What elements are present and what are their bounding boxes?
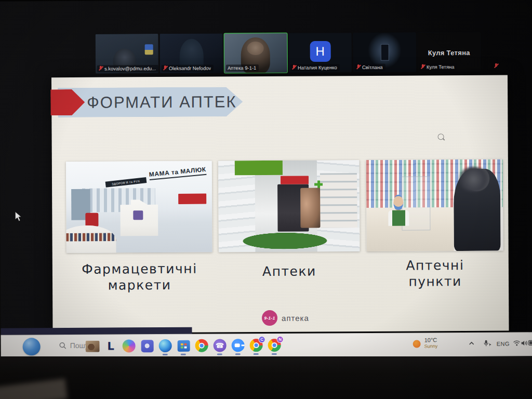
caption-text: Фармацевтичні маркети: [74, 261, 204, 294]
edge-icon-art: [159, 339, 172, 352]
viber-icon[interactable]: ☎: [213, 338, 227, 352]
laptop-screen: s.kovalov@pdmu.edu... Oleksandr Nefodov …: [0, 0, 532, 360]
photos-icon[interactable]: [86, 339, 100, 353]
viber-icon-art: ☎: [214, 339, 227, 352]
sun-icon: [413, 340, 421, 348]
mouse-cursor-icon: [15, 211, 22, 222]
muted-mic-icon: [356, 64, 361, 70]
participant-nameplate: Аптека 9-1-1: [226, 64, 259, 71]
teams-icon[interactable]: [140, 339, 154, 353]
participant-name: Куля Тетяна: [427, 64, 455, 70]
edge-icon[interactable]: [158, 339, 172, 353]
participant-tile-kulia[interactable]: Куля Тетяна Куля Тетяна: [418, 32, 481, 72]
muted-mic-icon: [292, 65, 296, 71]
apteka-911-logo: 9-1-1 аптека: [262, 310, 309, 326]
caption-text: Аптеки: [262, 263, 316, 279]
weather-widget[interactable]: 10°C Sunny: [413, 337, 438, 349]
muted-mic-icon: [99, 66, 103, 72]
microsoft-store-icon[interactable]: [177, 339, 191, 353]
participant-tile-kutsenko[interactable]: H Наталия Куценко: [289, 33, 352, 73]
profile-badge-n: N: [277, 336, 284, 343]
laptop-body: [0, 356, 532, 399]
participant-name: Наталия Куценко: [298, 64, 337, 70]
profile-badge-c: C: [259, 336, 265, 343]
logo-label: аптека: [282, 313, 309, 322]
weather-temperature: 10°C: [424, 337, 438, 343]
app-l-letter: L: [107, 340, 114, 352]
chrome-profile-c-icon[interactable]: C: [249, 338, 263, 352]
store-icon-art: [177, 340, 190, 351]
participant-name: Світлана: [362, 64, 383, 70]
pharmacist-figure: [388, 194, 409, 225]
battery-icon[interactable]: [528, 340, 532, 345]
muted-mic-icon: [163, 65, 167, 71]
counter-decor: [66, 225, 116, 253]
ceiling-sign-health: ЗДОРОВ'Я та РУХ: [105, 177, 146, 188]
chrome-icon[interactable]: [195, 339, 209, 353]
participant-tile-kovalov[interactable]: s.kovalov@pdmu.edu...: [96, 34, 158, 74]
photos-icon-art: [86, 340, 100, 352]
copilot-icon[interactable]: [122, 339, 136, 353]
participant-avatar: H: [310, 41, 330, 62]
muted-mic-icon-overflow: [494, 63, 498, 69]
shared-slide: ФОРМАТИ АПТЕК ЗДОРОВ'Я та РУХ МАМА та МА…: [51, 75, 509, 334]
participant-nameplate: s.kovalov@pdmu.edu...: [97, 65, 158, 72]
red-sale-tag-decor: [281, 176, 309, 184]
muted-mic-icon: [421, 64, 425, 70]
language-indicator[interactable]: ENG: [497, 341, 510, 347]
caption-pharmacies: Аптеки: [219, 263, 360, 280]
red-banner-decor: [179, 194, 206, 204]
ceiling-sign-mama: МАМА та МАЛЮК: [149, 166, 206, 180]
chrome-profile-n-icon[interactable]: N: [268, 338, 282, 352]
participant-name: s.kovalov@pdmu.edu...: [104, 65, 156, 72]
app-l-icon[interactable]: L: [104, 339, 118, 353]
participant-name: Аптека 9-1-1: [228, 65, 257, 71]
customer-figure: [454, 168, 500, 251]
logo-badge-icon: 9-1-1: [262, 310, 277, 326]
slide-title: ФОРМАТИ АПТЕК: [87, 92, 237, 112]
participant-nameplate: Куля Тетяна: [419, 63, 457, 70]
participant-nameplate: Oleksandr Nefodov: [162, 65, 214, 72]
search-icon: [59, 342, 66, 349]
caption-pharmacy-points: Аптечні пункти: [367, 257, 503, 290]
teams-icon-art: [141, 340, 153, 352]
photo-pharmacy-aisle: [218, 160, 360, 252]
laptop-photo: s.kovalov@pdmu.edu... Oleksandr Nefodov …: [0, 0, 532, 399]
tray-mic-icon[interactable]: [484, 340, 492, 347]
weather-condition: Sunny: [424, 343, 438, 349]
participant-nameplate: Світлана: [355, 64, 385, 71]
taskbar: Пошук L ☎ C N: [1, 332, 532, 358]
participant-tile-nefodov[interactable]: Oleksandr Nefodov: [160, 33, 223, 73]
photo-pharmacy-market: ЗДОРОВ'Я та РУХ МАМА та МАЛЮК: [66, 161, 212, 253]
wifi-icon[interactable]: [513, 340, 521, 346]
zoom-icon[interactable]: [231, 338, 245, 352]
participant-tile-apteka-911[interactable]: Аптека 9-1-1: [224, 33, 287, 73]
red-bin-decor: [85, 212, 98, 227]
kiosk-decor: [120, 200, 158, 236]
participant-tile-svitlana[interactable]: Світлана: [353, 32, 416, 72]
participant-nameplate: Наталия Куценко: [290, 64, 340, 71]
photo-pharmacy-counter: [366, 159, 503, 251]
zoom-icon-art: [232, 339, 245, 352]
shelf-decor: [320, 173, 357, 228]
chrome-icon-art: [195, 339, 208, 352]
poster-face-decor: [300, 188, 320, 228]
participant-name: Oleksandr Nefodov: [169, 65, 211, 71]
participant-strip: s.kovalov@pdmu.edu... Oleksandr Nefodov …: [96, 32, 481, 74]
participant-display-name: Куля Тетяна: [418, 49, 481, 57]
taskbar-icons: L ☎ C N: [86, 338, 282, 353]
start-button[interactable]: [23, 338, 41, 355]
tray-overflow-chevron-icon[interactable]: [469, 340, 475, 347]
copilot-icon-art: [123, 339, 136, 352]
pan-cursor-icon: [438, 134, 444, 140]
speaker-icon[interactable]: [521, 340, 528, 346]
caption-text: Аптечні пункти: [390, 257, 481, 290]
caption-pharma-markets: Фармацевтичні маркети: [66, 261, 212, 294]
